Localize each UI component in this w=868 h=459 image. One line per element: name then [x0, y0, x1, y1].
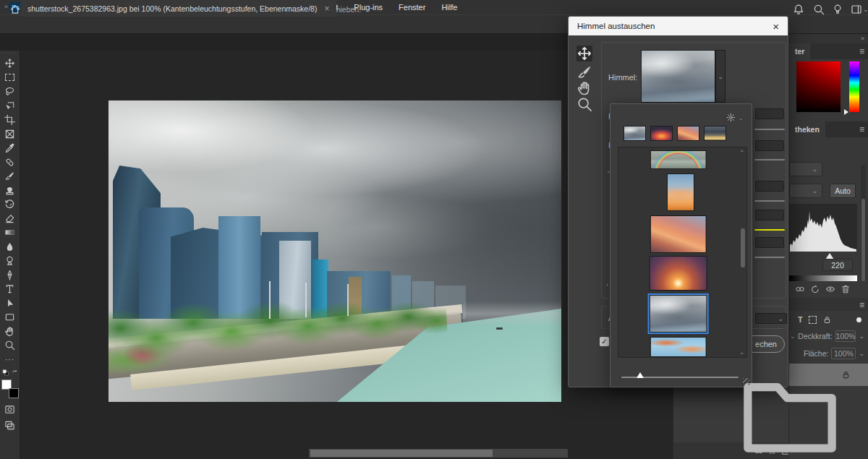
- trash-icon[interactable]: [841, 284, 851, 294]
- sky-thumbnail-orange-blue[interactable]: [650, 337, 706, 357]
- notifications-bell-icon[interactable]: [793, 4, 804, 15]
- shape-tool[interactable]: [2, 310, 18, 325]
- sky-thumbnail-storm-selected[interactable]: [649, 295, 707, 333]
- crop-tool[interactable]: [2, 113, 18, 127]
- dialog-zoom-tool[interactable]: [576, 96, 592, 112]
- clone-stamp-tool[interactable]: [2, 184, 18, 198]
- toolbar-collapse-icon[interactable]: »: [4, 3, 8, 10]
- layers-panel-menu-icon[interactable]: ≡: [859, 300, 864, 310]
- fade-edge-value-field[interactable]: [755, 140, 784, 151]
- libraries-panel-tab-fragment[interactable]: theken: [789, 121, 825, 137]
- fill-value-field[interactable]: 100%: [831, 348, 856, 359]
- layer-pin-dot-icon[interactable]: [856, 317, 861, 322]
- color-saturation-field[interactable]: [796, 61, 841, 112]
- document-tab-close-icon[interactable]: ×: [324, 4, 329, 14]
- fill-chevron-icon[interactable]: ⌄: [859, 350, 864, 357]
- eyedropper-tool[interactable]: [2, 141, 18, 155]
- hand-tool[interactable]: [2, 325, 18, 339]
- healing-brush-tool[interactable]: [2, 155, 18, 170]
- brightness-slider[interactable]: [754, 200, 785, 202]
- opacity-value-field[interactable]: 100%: [835, 330, 856, 342]
- preview-checkbox[interactable]: ✓: [600, 337, 609, 346]
- sky-thumbnail-sun-horizon[interactable]: [649, 256, 707, 291]
- sky-thumbnail-orange-streaks[interactable]: [650, 215, 706, 253]
- gradient-tool[interactable]: [2, 226, 18, 240]
- default-swap-colors[interactable]: [2, 366, 18, 378]
- recent-sky-red-sunset[interactable]: [650, 126, 673, 141]
- thumbnail-size-slider-handle[interactable]: [637, 372, 644, 378]
- eraser-tool[interactable]: [2, 212, 18, 226]
- opacity-chevron-icon[interactable]: ⌄: [859, 333, 864, 340]
- list-scrollbar-thumb[interactable]: [741, 228, 745, 267]
- sky-preview-thumbnail[interactable]: [641, 50, 715, 103]
- dialog-title-bar[interactable]: Himmel austauschen ×: [569, 17, 788, 35]
- list-scroll-up-icon[interactable]: ⌃: [739, 150, 744, 156]
- auto-button[interactable]: Auto: [830, 184, 856, 198]
- frame-tool[interactable]: [2, 127, 18, 142]
- document-tab[interactable]: shutterstock_2675382963.jpg bei 100% (Ka…: [20, 0, 336, 17]
- temperature-value-field[interactable]: [755, 210, 784, 220]
- properties-scrollbar-thumb[interactable]: [861, 199, 865, 281]
- history-brush-tool[interactable]: [2, 197, 18, 212]
- temperature-slider-active[interactable]: [754, 229, 785, 231]
- marquee-tool[interactable]: [2, 71, 18, 85]
- path-selection-tool[interactable]: [2, 296, 18, 311]
- quick-mask-button[interactable]: [2, 403, 18, 417]
- discover-lightbulb-icon[interactable]: [832, 4, 843, 15]
- section-collapsed-chevron-icon[interactable]: ›: [606, 281, 608, 288]
- recent-sky-storm[interactable]: [624, 126, 646, 141]
- horizontal-scrollbar[interactable]: [309, 449, 568, 458]
- blend-mode-chevron-icon[interactable]: ⌄: [790, 333, 796, 340]
- gear-chevron-icon[interactable]: ⌄: [739, 116, 743, 121]
- gear-icon[interactable]: [726, 113, 736, 122]
- zoom-tool[interactable]: [2, 338, 18, 353]
- shift-edge-value-field[interactable]: [755, 108, 784, 119]
- workspace-chevron-icon[interactable]: ⌄: [863, 6, 868, 13]
- horizontal-scrollbar-thumb[interactable]: [310, 450, 493, 457]
- lock-position-icon[interactable]: [809, 316, 817, 324]
- libraries-panel-menu-icon[interactable]: ≡: [859, 124, 864, 134]
- toolbar-grip[interactable]: ·····: [2, 51, 18, 56]
- background-color-swatch[interactable]: [9, 388, 19, 398]
- scale-value-field[interactable]: [755, 237, 784, 248]
- hue-pointer-icon[interactable]: [844, 109, 848, 115]
- level-value-field[interactable]: 220: [822, 259, 853, 271]
- screen-mode-button[interactable]: [2, 419, 18, 433]
- blur-tool[interactable]: [2, 240, 18, 254]
- link-icon[interactable]: [795, 284, 805, 294]
- brush-tool[interactable]: [2, 169, 18, 184]
- dialog-close-icon[interactable]: ×: [773, 20, 779, 33]
- shift-edge-slider[interactable]: [754, 129, 785, 130]
- object-selection-tool[interactable]: [2, 99, 18, 113]
- sky-dropdown-button[interactable]: ⌄: [715, 50, 726, 103]
- pen-tool[interactable]: [2, 268, 18, 283]
- color-panel-menu-icon[interactable]: ≡: [859, 46, 864, 56]
- workspace-switcher-icon[interactable]: [851, 4, 862, 15]
- type-tool[interactable]: [2, 282, 18, 296]
- fade-edge-slider[interactable]: [754, 159, 785, 160]
- brightness-value-field[interactable]: [755, 181, 784, 192]
- hue-strip[interactable]: [849, 61, 859, 112]
- reset-icon[interactable]: [810, 284, 820, 294]
- output-dropdown[interactable]: ⌄: [755, 313, 787, 324]
- properties-scrollbar[interactable]: [861, 165, 866, 280]
- scale-slider[interactable]: [754, 257, 785, 258]
- list-scroll-down-icon[interactable]: ⌄: [739, 349, 744, 356]
- sky-thumbnail-vertical-sunset[interactable]: [666, 173, 694, 211]
- recent-sky-pink-sunset[interactable]: [677, 126, 699, 141]
- foreground-background-swatches[interactable]: [1, 379, 19, 398]
- search-icon[interactable]: [813, 4, 825, 15]
- properties-dropdown-1[interactable]: ⌄: [789, 162, 822, 176]
- lock-type-icon[interactable]: T: [798, 315, 803, 324]
- recent-sky-dark-dusk[interactable]: [704, 126, 726, 141]
- properties-dropdown-2[interactable]: ⌄: [789, 184, 822, 198]
- move-tool[interactable]: [2, 56, 18, 71]
- sky-thumbnail-rainbow[interactable]: [650, 150, 706, 169]
- popup-resize-grip[interactable]: [743, 378, 750, 385]
- edit-toolbar-ellipsis[interactable]: ···: [2, 353, 18, 367]
- document-canvas[interactable]: [109, 100, 561, 402]
- eye-icon[interactable]: [825, 284, 835, 294]
- lock-all-icon[interactable]: [822, 315, 832, 325]
- dock-collapse-icon[interactable]: »: [861, 35, 864, 42]
- color-panel-tab-fragment[interactable]: ter: [789, 43, 810, 59]
